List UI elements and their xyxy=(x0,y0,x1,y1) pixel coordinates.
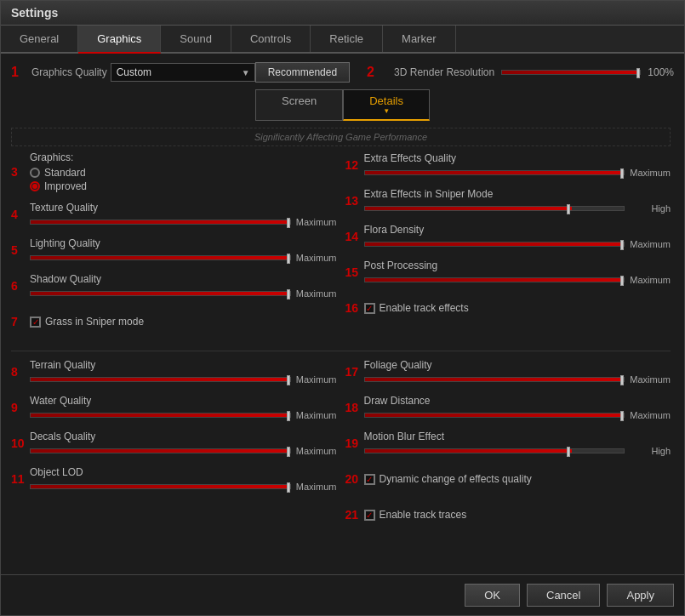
setting-content-3: Graphics: Standard I xyxy=(30,151,337,192)
quality-label: Graphics Quality xyxy=(31,66,107,78)
setting-num-5: 5 xyxy=(11,243,30,257)
slider-track-13[interactable] xyxy=(364,206,625,211)
render-slider[interactable] xyxy=(501,70,641,75)
slider-thumb-12 xyxy=(620,168,624,179)
setting-row-21: 21 ✓ Enable track traces xyxy=(345,501,671,528)
setting-row-4: 4 Texture Quality Maximum xyxy=(11,201,337,228)
setting-content-19: Motion Blur Effect High xyxy=(364,431,671,456)
slider-track-19[interactable] xyxy=(364,448,625,453)
recommended-button[interactable]: Recommended xyxy=(255,62,350,83)
section-divider xyxy=(11,351,671,351)
setting-content-20: ✓ Dynamic change of effects quality xyxy=(364,473,671,485)
render-value: 100% xyxy=(648,66,674,78)
right-upper-col: 12 Extra Effects Quality Maximum xyxy=(345,151,671,344)
setting-name-4: Texture Quality xyxy=(30,202,337,214)
slider-track-9[interactable] xyxy=(30,413,291,418)
title-bar: Settings xyxy=(1,1,684,26)
tab-reticle[interactable]: Reticle xyxy=(311,26,383,52)
setting-num-6: 6 xyxy=(11,279,30,293)
slider-value-10: Maximum xyxy=(296,446,337,456)
slider-fill-14 xyxy=(365,242,625,246)
tab-sound[interactable]: Sound xyxy=(161,26,231,52)
slider-value-12: Maximum xyxy=(630,168,671,178)
slider-value-8: Maximum xyxy=(296,374,337,385)
setting-num-15: 15 xyxy=(345,265,364,279)
setting-num-18: 18 xyxy=(345,401,364,414)
scroll-area[interactable]: Significantly Affecting Game Performance… xyxy=(11,128,674,574)
slider-fill-12 xyxy=(365,171,625,174)
setting-row-19: 19 Motion Blur Effect High xyxy=(345,430,671,457)
setting-num-4: 4 xyxy=(11,208,30,221)
apply-button[interactable]: Apply xyxy=(607,584,674,607)
settings-window: Settings General Graphics Sound Controls… xyxy=(0,0,685,616)
slider-value-4: Maximum xyxy=(296,217,337,227)
slider-track-10[interactable] xyxy=(30,448,291,453)
ok-button[interactable]: OK xyxy=(465,584,520,607)
slider-value-17: Maximum xyxy=(630,374,671,385)
setting-name-8: Terrain Quality xyxy=(30,359,337,371)
slider-fill-5 xyxy=(31,256,290,260)
slider-track-15[interactable] xyxy=(364,277,625,282)
slider-row-18: Maximum xyxy=(364,410,671,420)
setting-name-13: Extra Effects in Sniper Mode xyxy=(364,188,671,200)
setting-content-13: Extra Effects in Sniper Mode High xyxy=(364,188,671,214)
slider-fill-11 xyxy=(31,485,290,488)
slider-track-14[interactable] xyxy=(364,242,625,247)
setting-content-21: ✓ Enable track traces xyxy=(364,509,671,521)
slider-track-11[interactable] xyxy=(30,484,291,489)
setting-row-10: 10 Decals Quality Maximum xyxy=(11,430,337,457)
setting-row-13: 13 Extra Effects in Sniper Mode High xyxy=(345,187,671,214)
setting-row-11: 11 Object LOD Maximum xyxy=(11,465,337,493)
slider-thumb-11 xyxy=(287,482,290,493)
setting-name-17: Foliage Quality xyxy=(364,359,671,371)
checkbox-7[interactable]: ✓ Grass in Sniper mode xyxy=(30,316,337,328)
slider-row-10: Maximum xyxy=(30,446,337,456)
sub-tab-details[interactable]: Details ▼ xyxy=(343,89,430,121)
cancel-button[interactable]: Cancel xyxy=(527,584,600,607)
render-slider-thumb xyxy=(636,68,640,78)
slider-fill-19 xyxy=(365,449,573,453)
setting-content-10: Decals Quality Maximum xyxy=(30,431,337,456)
checkbox-box-21: ✓ xyxy=(364,510,375,521)
perf-label: Significantly Affecting Game Performance xyxy=(11,128,671,146)
radio-standard[interactable]: Standard xyxy=(30,167,337,179)
render-slider-track[interactable] xyxy=(501,70,641,75)
checkbox-21[interactable]: ✓ Enable track traces xyxy=(364,509,671,521)
slider-thumb-14 xyxy=(620,240,624,250)
radio-circle-improved xyxy=(30,181,40,191)
tab-marker[interactable]: Marker xyxy=(383,26,455,52)
quality-select[interactable]: Custom Low Medium High Maximum xyxy=(111,63,255,82)
sub-tabs: Screen Details ▼ xyxy=(11,89,674,121)
setting-content-11: Object LOD Maximum xyxy=(30,466,337,492)
slider-thumb-15 xyxy=(620,276,624,286)
slider-track-6[interactable] xyxy=(30,291,291,296)
setting-num-13: 13 xyxy=(345,194,364,208)
checkbox-label-16: Enable track effects xyxy=(380,302,469,314)
setting-content-15: Post Processing Maximum xyxy=(364,260,671,285)
checkbox-16[interactable]: ✓ Enable track effects xyxy=(364,302,671,314)
setting-row-16: 16 ✓ Enable track effects xyxy=(345,294,671,322)
setting-num-14: 14 xyxy=(345,230,364,243)
tab-graphics[interactable]: Graphics xyxy=(78,26,161,54)
setting-num-20: 20 xyxy=(345,472,364,486)
render-num: 2 xyxy=(367,65,382,80)
slider-track-18[interactable] xyxy=(364,413,625,418)
sub-tab-screen[interactable]: Screen xyxy=(255,89,343,121)
slider-row-19: High xyxy=(364,446,671,456)
checkbox-20[interactable]: ✓ Dynamic change of effects quality xyxy=(364,473,671,485)
slider-track-4[interactable] xyxy=(30,220,291,225)
slider-track-12[interactable] xyxy=(364,170,625,175)
checkbox-box-20: ✓ xyxy=(364,474,375,485)
slider-thumb-18 xyxy=(620,411,624,421)
tab-general[interactable]: General xyxy=(1,26,78,52)
radio-label-standard: Standard xyxy=(44,167,86,179)
slider-row-9: Maximum xyxy=(30,410,337,420)
slider-track-8[interactable] xyxy=(30,377,291,382)
radio-improved[interactable]: Improved xyxy=(30,180,337,192)
slider-track-17[interactable] xyxy=(364,377,625,382)
setting-content-4: Texture Quality Maximum xyxy=(30,202,337,227)
setting-name-19: Motion Blur Effect xyxy=(364,431,671,442)
setting-name-11: Object LOD xyxy=(30,466,337,478)
tab-controls[interactable]: Controls xyxy=(231,26,311,52)
slider-track-5[interactable] xyxy=(30,255,291,260)
